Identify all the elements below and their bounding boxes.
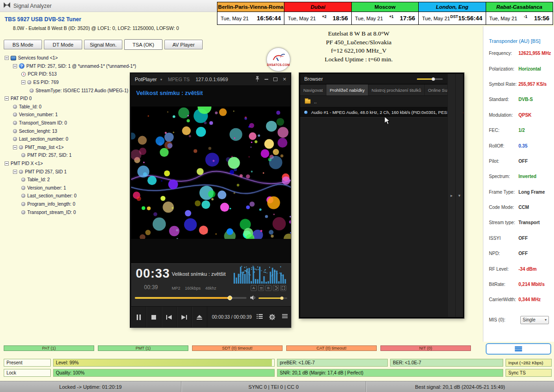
tree-item[interactable]: Program_info_length: 0 — [4, 200, 142, 208]
settings-button[interactable] — [266, 314, 278, 320]
seek-handle[interactable] — [228, 296, 232, 300]
tree-item-icon — [21, 186, 25, 190]
stop-button[interactable] — [146, 307, 162, 327]
next-button[interactable] — [177, 307, 192, 327]
minimize-icon[interactable] — [265, 79, 268, 80]
browser-window: Browser × Navigovat Prohlížeč nabídky Ná… — [299, 73, 464, 318]
mode-tab[interactable]: TSA (OK) — [124, 39, 163, 50]
transponder-label: CarrierWidth: — [489, 297, 518, 302]
tree-item-label: Transport_Stream ID: 0 — [19, 120, 67, 125]
eject-icon — [197, 315, 202, 320]
snr-indicator: SNR: 20,1 dB (Margin: 17,4 dB | Perfect) — [277, 369, 503, 377]
tree-item[interactable]: PMT PID 257, SID 1 — [4, 167, 142, 176]
browser-tab[interactable]: Navigovat — [300, 84, 326, 95]
tree-item[interactable]: PMT PID: 257, SID: 1 @ *unnamed-1* (*unn… — [4, 62, 142, 71]
transponder-row: Standard: DVB-S — [483, 92, 554, 107]
ab-repeat-icon[interactable] — [258, 285, 264, 291]
playlist-button[interactable] — [253, 314, 266, 319]
pin-icon[interactable] — [255, 75, 259, 83]
audio-bullet-icon — [304, 111, 307, 114]
hamburger-icon — [282, 314, 288, 318]
tree-item-icon — [21, 153, 25, 157]
dropdown-icon[interactable]: ▾ — [455, 74, 463, 317]
previous-icon — [166, 315, 172, 320]
tree-item[interactable]: PCR PID: 513 — [4, 70, 142, 78]
tree-item-label: ES PID: 769 — [33, 80, 59, 85]
expand-icon[interactable] — [280, 285, 286, 291]
tree-item[interactable]: Transport_Stream ID: 0 — [4, 119, 142, 127]
transponder-row: Spectrum: Inverted — [483, 169, 554, 184]
tree-item[interactable]: Section_lenght: 13 — [4, 127, 142, 135]
psi-tree: Services found <1> PMT PID: 257, SID: 1 … — [4, 54, 142, 216]
expander-icon[interactable] — [5, 56, 9, 60]
info-line: Locked Uptime : t=60 min. — [296, 55, 421, 64]
tree-item[interactable]: Table_Id: 2 — [4, 176, 142, 184]
tree-item[interactable]: Version_number: 1 — [4, 111, 142, 119]
seek-bar[interactable] — [135, 295, 247, 301]
tree-item[interactable]: PAT PID 0 — [4, 95, 142, 103]
clock-city-name: Moscow — [352, 2, 418, 12]
mode-tab[interactable]: BS Mode — [4, 40, 42, 49]
volume-handle[interactable] — [280, 297, 283, 300]
expander-icon[interactable] — [13, 64, 17, 68]
transponder-value: OFF — [518, 159, 528, 164]
potplayer-titlebar[interactable]: PotPlayer ▼ MPEG TS 127.0.0.1:6969 × — [131, 73, 290, 85]
info-line: f=12 622,100 MHz_V — [296, 47, 421, 55]
speaker-icon[interactable] — [250, 294, 256, 302]
maximize-icon[interactable] — [273, 77, 277, 81]
loop-icon[interactable] — [273, 285, 279, 291]
ab-repeat-b-button[interactable]: B — [265, 285, 271, 291]
parent-folder-row[interactable]: .. — [300, 96, 463, 107]
close-icon[interactable]: × — [283, 77, 286, 82]
tree-item-icon — [13, 105, 17, 109]
tree-item[interactable]: ES PID: 769 — [4, 78, 142, 87]
tree-item-icon — [19, 170, 23, 174]
tree-item[interactable]: Last_section_number: 0 — [4, 135, 142, 143]
sync-ts-indicator: Sync TS — [506, 369, 552, 377]
stream-info-button[interactable] — [486, 343, 551, 355]
pause-button[interactable] — [131, 307, 146, 327]
ab-repeat-a-button[interactable]: A — [251, 285, 257, 291]
tree-item[interactable]: PMT PID: 257, SID: 1 — [4, 151, 142, 160]
clock-city-name: Dubai — [284, 2, 351, 12]
transponder-label: Frame Type: — [489, 190, 518, 195]
tree-item[interactable]: PMT_map_list <1> — [4, 143, 142, 152]
clock-city-name: Rabat-Casablanca — [486, 2, 553, 12]
psi-indicator: PMT (1) — [98, 345, 188, 351]
mode-tab[interactable]: AV Player — [164, 40, 203, 49]
tuner-details: 8.0W - Eutelsat 8 West B (ID: 3520) @ LO… — [13, 25, 179, 31]
tree-item[interactable]: StreamType: ISO/IEC 11172 Audio (MPEG-1)… — [4, 86, 142, 95]
tree-item-icon — [21, 72, 26, 77]
tree-item-icon — [30, 89, 34, 93]
tree-item[interactable]: Last_section_number: 0 — [4, 192, 142, 200]
expander-icon[interactable] — [21, 80, 25, 84]
tree-item[interactable]: Transport_stream_ID: 0 — [4, 208, 142, 216]
menu-button[interactable] — [278, 314, 291, 318]
transponder-row: RF Level: -34 dBm — [483, 261, 554, 276]
mode-tab[interactable]: Signal Mon. — [84, 40, 122, 49]
chevron-down-icon[interactable]: ▼ — [160, 78, 163, 81]
eject-button[interactable] — [192, 307, 207, 327]
mis-dropdown[interactable]: Single ▾ — [520, 316, 549, 324]
browser-tab[interactable]: Prohlížeč nabídky — [326, 84, 368, 95]
expander-icon[interactable] — [13, 145, 17, 149]
status-bar: Locked -> Uptime: 01:20:19 SYNC 0 | TEI … — [0, 381, 554, 392]
opacity-slider-handle[interactable] — [432, 77, 435, 81]
previous-button[interactable] — [162, 307, 177, 327]
expander-icon[interactable] — [13, 170, 17, 174]
volume-slider[interactable] — [259, 297, 287, 299]
clock-city: Berlin-Paris-Vienna-Roma Tue, May 21 16:… — [217, 2, 284, 24]
expander-icon[interactable] — [5, 96, 9, 101]
satellite-info-block: Eutelsat 8 W B at 8.0°W PF 450_Lučenec/S… — [296, 30, 421, 64]
audio-track-row[interactable]: Audio #1 - MPEG Audio, 48.0 kHz, 2 Ch, 1… — [300, 107, 463, 118]
tree-item[interactable]: Version_number: 1 — [4, 184, 142, 192]
browser-tab[interactable]: Nástroj procházení titulků — [368, 84, 425, 95]
expander-icon[interactable] — [5, 161, 9, 166]
tree-item[interactable]: PMT PID X <1> — [4, 160, 142, 168]
opacity-slider[interactable] — [417, 78, 443, 80]
tree-item[interactable]: Table_Id: 0 — [4, 103, 142, 111]
tree-item[interactable]: Services found <1> — [4, 54, 142, 62]
browser-titlebar[interactable]: Browser × — [300, 74, 463, 84]
scroll-right-icon[interactable]: ▸ — [447, 74, 455, 317]
mode-tab[interactable]: DT Mode — [44, 40, 82, 49]
